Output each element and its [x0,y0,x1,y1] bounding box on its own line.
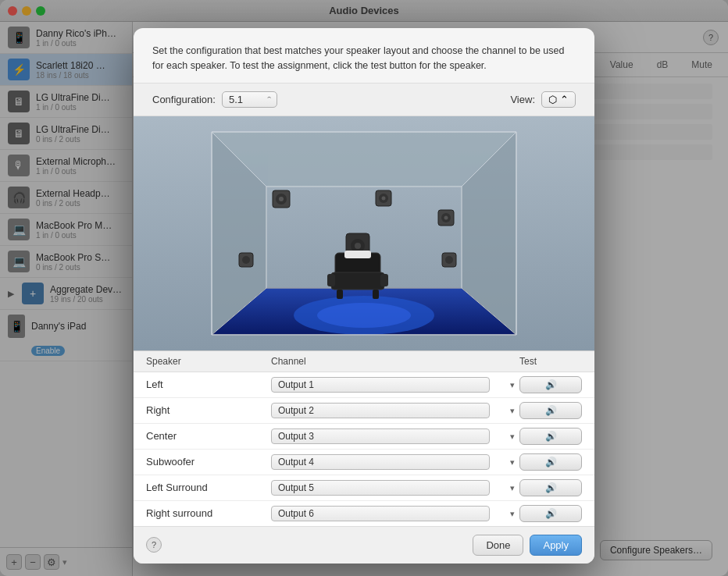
test-button-center[interactable]: 🔊 [519,428,582,445]
channel-select-left-wrapper: Output 1Output 2Output 3 Output 4Output … [271,377,519,393]
svg-point-27 [355,243,361,249]
speaker-col-header: Speaker [146,356,271,367]
speaker-row-right: Right Output 1Output 2Output 3 Output 4O… [134,398,594,424]
modal-footer: ? Done Apply [134,526,594,564]
svg-point-6 [317,303,411,328]
test-button-right-surround[interactable]: 🔊 [519,505,582,522]
test-button-left[interactable]: 🔊 [519,376,582,393]
svg-point-21 [279,197,284,201]
speaker-test-icon: 🔊 [545,457,557,468]
speaker-table-header: Speaker Channel Test [134,351,594,372]
speaker-test-icon: 🔊 [545,431,557,442]
svg-rect-40 [337,290,343,299]
speaker-row-subwoofer: Subwoofer Output 1Output 2Output 3 Outpu… [134,450,594,475]
room-visualization [134,116,594,350]
svg-point-34 [242,256,250,264]
channel-select-right-surround[interactable]: Output 1Output 2Output 3 Output 4Output … [271,506,490,521]
svg-rect-36 [331,272,384,290]
channel-select-left[interactable]: Output 1Output 2Output 3 Output 4Output … [271,377,490,393]
speaker-test-icon: 🔊 [545,379,557,390]
view-button[interactable]: ⬡ ⌃ [541,91,576,108]
svg-point-24 [382,196,386,200]
description-text: Set the configuration that best matches … [152,45,564,71]
help-icon: ? [152,540,156,549]
svg-rect-37 [327,274,335,286]
configuration-label: Configuration: [152,94,216,105]
speaker-row-left-surround: Left Surround Output 1Output 2Output 3 O… [134,475,594,501]
speaker-test-icon: 🔊 [545,405,557,416]
configuration-select-wrapper: 5.1 7.1 Stereo Quad [222,91,277,108]
done-button[interactable]: Done [473,535,523,556]
test-button-left-surround[interactable]: 🔊 [519,479,582,496]
channel-select-center-wrapper: Output 1Output 2Output 3 Output 4Output … [271,428,519,444]
svg-point-32 [445,256,453,264]
speaker-name-right-surround: Right surround [146,507,271,519]
speaker-name-right: Right [146,404,271,416]
cube-icon: ⬡ [548,94,557,105]
svg-rect-39 [344,251,371,258]
channel-select-left-surround-wrapper: Output 1Output 2Output 3 Output 4Output … [271,480,519,496]
speaker-row-center: Center Output 1Output 2Output 3 Output 4… [134,424,594,450]
speaker-name-left-surround: Left Surround [146,482,271,493]
channel-select-subwoofer-wrapper: Output 1Output 2Output 3 Output 4Output … [271,454,519,470]
channel-select-right[interactable]: Output 1Output 2Output 3 Output 4Output … [271,403,490,418]
chevron-up-down-icon: ⌃ [560,94,569,105]
test-button-subwoofer[interactable]: 🔊 [519,453,582,471]
modal-help-button[interactable]: ? [146,537,162,553]
room-svg [134,116,594,350]
apply-button[interactable]: Apply [530,535,582,556]
modal-overlay: Set the configuration that best matches … [0,0,728,576]
speaker-test-icon: 🔊 [545,508,557,519]
view-label: View: [510,94,535,105]
channel-select-right-surround-wrapper: Output 1Output 2Output 3 Output 4Output … [271,506,519,521]
speaker-name-left: Left [146,379,271,390]
channel-select-right-wrapper: Output 1Output 2Output 3 Output 4Output … [271,403,519,418]
test-col-header: Test [519,356,582,367]
channel-select-subwoofer[interactable]: Output 1Output 2Output 3 Output 4Output … [271,454,490,470]
speaker-name-subwoofer: Subwoofer [146,456,271,468]
speaker-table: Speaker Channel Test Left Output 1Output… [134,350,594,526]
speaker-test-icon: 🔊 [545,482,557,493]
speaker-row-left: Left Output 1Output 2Output 3 Output 4Ou… [134,372,594,398]
svg-rect-41 [373,290,379,299]
modal-description: Set the configuration that best matches … [134,28,594,84]
channel-select-left-surround[interactable]: Output 1Output 2Output 3 Output 4Output … [271,480,490,496]
modal-config-bar: Configuration: 5.1 7.1 Stereo Quad View:… [134,84,594,116]
configuration-select[interactable]: 5.1 7.1 Stereo Quad [222,91,277,108]
channel-col-header: Channel [271,356,519,367]
svg-rect-38 [380,274,388,286]
test-button-right[interactable]: 🔊 [519,402,582,419]
speaker-row-right-surround: Right surround Output 1Output 2Output 3 … [134,501,594,526]
channel-select-center[interactable]: Output 1Output 2Output 3 Output 4Output … [271,428,490,444]
svg-point-30 [444,215,448,219]
footer-buttons: Done Apply [473,535,582,556]
speaker-name-center: Center [146,430,271,442]
configure-speakers-modal: Set the configuration that best matches … [134,28,594,564]
